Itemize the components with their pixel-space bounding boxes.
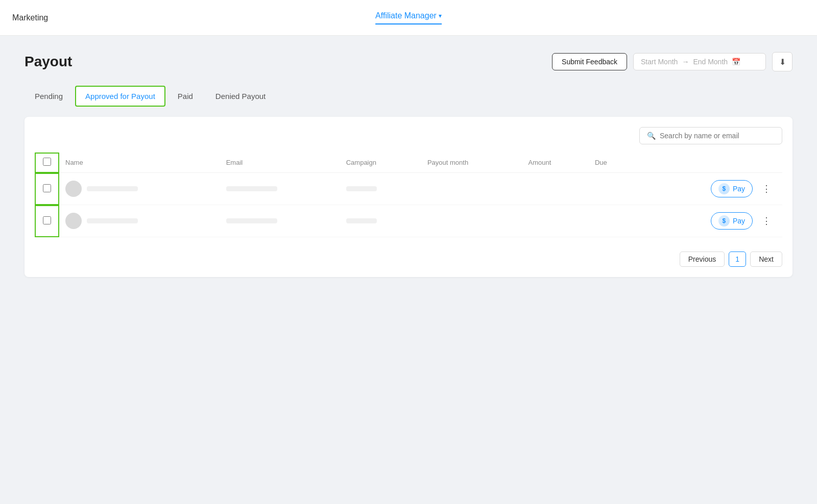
row1-name-cell bbox=[59, 173, 220, 205]
row1-pay-label: Pay bbox=[733, 185, 745, 193]
select-all-checkbox[interactable] bbox=[43, 158, 51, 166]
row1-email-cell bbox=[220, 173, 340, 205]
row2-payout-month-cell bbox=[421, 205, 522, 237]
main-content: Payout Submit Feedback Start Month → End… bbox=[0, 36, 817, 293]
row2-more-button[interactable]: ⋮ bbox=[758, 213, 776, 229]
chevron-down-icon: ▾ bbox=[439, 12, 442, 19]
row2-checkbox-cell bbox=[35, 205, 59, 237]
row2-campaign-cell bbox=[340, 205, 421, 237]
calendar-icon: 📅 bbox=[732, 58, 740, 66]
row2-pay-button[interactable]: $ Pay bbox=[711, 212, 753, 230]
end-month-label: End Month bbox=[693, 58, 728, 66]
table-row: $ Pay ⋮ bbox=[35, 205, 782, 237]
header-payout-month: Payout month bbox=[421, 153, 522, 173]
row1-pay-icon: $ bbox=[718, 183, 730, 194]
row2-pay-icon: $ bbox=[718, 215, 730, 226]
download-button[interactable]: ⬇ bbox=[772, 52, 792, 71]
header-campaign: Campaign bbox=[340, 153, 421, 173]
data-table: Name Email Campaign Payout month Amount … bbox=[35, 153, 782, 237]
next-button[interactable]: Next bbox=[750, 251, 782, 267]
search-box[interactable]: 🔍 bbox=[639, 127, 782, 144]
current-page: 1 bbox=[729, 251, 746, 267]
row1-due-cell bbox=[589, 173, 635, 205]
tab-denied[interactable]: Denied Payout bbox=[205, 86, 276, 107]
header-amount: Amount bbox=[522, 153, 588, 173]
row2-campaign-skeleton bbox=[346, 218, 377, 223]
arrow-icon: → bbox=[682, 58, 689, 66]
row2-actions-cell: $ Pay ⋮ bbox=[635, 205, 782, 237]
tab-approved[interactable]: Approved for Payout bbox=[75, 86, 165, 107]
table-container: 🔍 Name Email Campaign Payout month Amoun… bbox=[25, 117, 792, 277]
previous-button[interactable]: Previous bbox=[680, 251, 725, 267]
header-email: Email bbox=[220, 153, 340, 173]
row1-more-button[interactable]: ⋮ bbox=[758, 181, 776, 196]
row2-due-cell bbox=[589, 205, 635, 237]
row1-checkbox-cell bbox=[35, 173, 59, 205]
submit-feedback-button[interactable]: Submit Feedback bbox=[552, 53, 627, 70]
row1-actions-cell: $ Pay ⋮ bbox=[635, 173, 782, 205]
page-header-actions: Submit Feedback Start Month → End Month … bbox=[552, 52, 792, 71]
search-icon: 🔍 bbox=[647, 132, 656, 140]
nav-link-label: Affiliate Manager bbox=[375, 11, 437, 20]
row1-pay-button[interactable]: $ Pay bbox=[711, 180, 753, 197]
row1-campaign-skeleton bbox=[346, 186, 377, 191]
row2-pay-label: Pay bbox=[733, 217, 745, 225]
table-row: $ Pay ⋮ bbox=[35, 173, 782, 205]
top-nav: Marketing Affiliate Manager ▾ bbox=[0, 0, 817, 36]
tab-paid[interactable]: Paid bbox=[167, 86, 203, 107]
date-range-picker[interactable]: Start Month → End Month 📅 bbox=[633, 53, 766, 70]
header-name: Name bbox=[59, 153, 220, 173]
nav-brand: Marketing bbox=[12, 13, 48, 22]
table-header-row: Name Email Campaign Payout month Amount … bbox=[35, 153, 782, 173]
header-checkbox-col bbox=[35, 153, 59, 173]
tab-pending[interactable]: Pending bbox=[25, 86, 73, 107]
row2-amount-cell bbox=[522, 205, 588, 237]
header-actions bbox=[635, 153, 782, 173]
row1-avatar bbox=[65, 181, 82, 197]
row1-name-skeleton bbox=[87, 186, 138, 191]
header-due: Due bbox=[589, 153, 635, 173]
row1-campaign-cell bbox=[340, 173, 421, 205]
row1-email-skeleton bbox=[226, 186, 277, 191]
row2-email-skeleton bbox=[226, 218, 277, 223]
pagination: Previous 1 Next bbox=[35, 247, 782, 267]
affiliate-manager-nav[interactable]: Affiliate Manager ▾ bbox=[375, 11, 442, 24]
page-title: Payout bbox=[25, 54, 72, 70]
row1-amount-cell bbox=[522, 173, 588, 205]
page-header: Payout Submit Feedback Start Month → End… bbox=[25, 52, 792, 71]
start-month-label: Start Month bbox=[641, 58, 678, 66]
download-icon: ⬇ bbox=[779, 57, 786, 67]
table-toolbar: 🔍 bbox=[35, 127, 782, 144]
row2-avatar bbox=[65, 213, 82, 229]
row2-name-cell bbox=[59, 205, 220, 237]
row2-checkbox[interactable] bbox=[43, 216, 51, 224]
tabs: Pending Approved for Payout Paid Denied … bbox=[25, 86, 792, 107]
search-input[interactable] bbox=[660, 132, 775, 140]
row1-checkbox[interactable] bbox=[43, 184, 51, 192]
row2-email-cell bbox=[220, 205, 340, 237]
row2-name-skeleton bbox=[87, 218, 138, 223]
row1-payout-month-cell bbox=[421, 173, 522, 205]
nav-center: Affiliate Manager ▾ bbox=[375, 11, 442, 24]
